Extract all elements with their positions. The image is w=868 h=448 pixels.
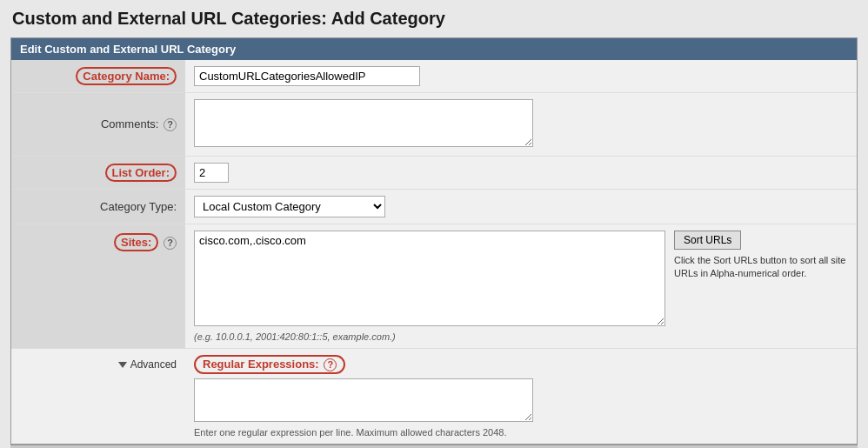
comments-row: Comments: ?	[11, 93, 857, 157]
category-type-row: Category Type: Local Custom Category Ext…	[11, 190, 857, 224]
sort-urls-button[interactable]: Sort URLs	[674, 231, 741, 250]
comments-value-cell	[185, 93, 857, 157]
reg-expr-help-icon[interactable]: ?	[324, 358, 337, 371]
page-title: Custom and External URL Categories: Add …	[10, 9, 858, 29]
sites-right-panel: Sort URLs Click the Sort URLs button to …	[674, 231, 848, 281]
category-type-label: Category Type:	[100, 200, 177, 213]
advanced-value-cell: Regular Expressions: ? Enter one regular…	[185, 349, 857, 445]
comments-help-icon[interactable]: ?	[164, 118, 177, 131]
sites-hint: (e.g. 10.0.0.1, 2001:420:80:1::5, exampl…	[194, 331, 665, 342]
list-order-label-cell: List Order:	[11, 157, 185, 190]
comments-label: Comments:	[101, 117, 158, 130]
advanced-toggle[interactable]: Advanced	[118, 358, 177, 371]
sites-content: (e.g. 10.0.0.1, 2001:420:80:1::5, exampl…	[194, 231, 848, 342]
sites-label: Sites:	[114, 233, 158, 251]
sites-label-cell: Sites: ?	[11, 224, 185, 349]
sort-help-text: Click the Sort URLs button to sort all s…	[674, 254, 848, 281]
advanced-row: Advanced Regular Expressions: ? Enter on…	[11, 349, 857, 445]
category-name-label-cell: Category Name:	[11, 60, 185, 93]
list-order-input[interactable]	[194, 163, 229, 183]
category-type-select[interactable]: Local Custom Category External Live Feed…	[194, 196, 385, 217]
edit-card: Edit Custom and External URL Category Ca…	[10, 37, 858, 445]
list-order-row: List Order:	[11, 157, 857, 190]
footer-bar: Cancel Submit	[10, 445, 858, 448]
form-table: Category Name: Comments: ? List	[11, 60, 857, 444]
comments-textarea[interactable]	[194, 99, 533, 147]
category-type-value-cell: Local Custom Category External Live Feed…	[185, 190, 857, 224]
reg-expr-label-container: Regular Expressions: ?	[194, 355, 848, 374]
sites-value-cell: (e.g. 10.0.0.1, 2001:420:80:1::5, exampl…	[185, 224, 857, 349]
card-header: Edit Custom and External URL Category	[11, 38, 857, 60]
sites-help-icon[interactable]: ?	[164, 237, 177, 250]
regular-expressions-textarea[interactable]	[194, 378, 533, 422]
comments-label-cell: Comments: ?	[11, 93, 185, 157]
sites-textarea[interactable]	[194, 231, 665, 326]
triangle-down-icon	[118, 362, 127, 368]
category-type-label-cell: Category Type:	[11, 190, 185, 224]
regular-expressions-label: Regular Expressions: ?	[194, 355, 345, 374]
sites-row: Sites: ? (e.g. 10.0.0.1, 2001:420:80:1::…	[11, 224, 857, 349]
advanced-label-cell: Advanced	[11, 349, 185, 445]
category-name-value-cell	[185, 60, 857, 93]
list-order-label: List Order:	[105, 164, 177, 182]
category-name-row: Category Name:	[11, 60, 857, 93]
category-name-label: Category Name:	[76, 67, 177, 85]
list-order-value-cell	[185, 157, 857, 190]
category-name-input[interactable]	[194, 66, 420, 86]
regular-expressions-hint: Enter one regular expression per line. M…	[194, 427, 848, 438]
sites-left-panel: (e.g. 10.0.0.1, 2001:420:80:1::5, exampl…	[194, 231, 665, 342]
advanced-content: Regular Expressions: ? Enter one regular…	[194, 355, 848, 438]
